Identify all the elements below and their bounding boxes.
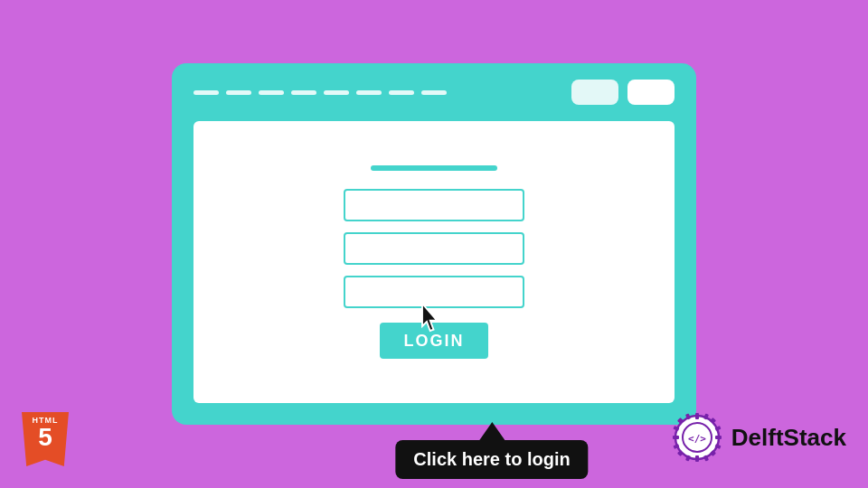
form-field-2[interactable] xyxy=(344,232,524,265)
svg-rect-1 xyxy=(695,413,699,419)
html5-number: 5 xyxy=(38,425,52,450)
browser-content: LOGIN xyxy=(193,121,675,403)
stack-part: Stack xyxy=(784,424,846,451)
dash-2 xyxy=(226,90,251,95)
dash-3 xyxy=(259,90,284,95)
dash-5 xyxy=(324,90,349,95)
delft-part: Delft xyxy=(731,424,784,451)
tooltip-area: Click here to login xyxy=(395,422,588,479)
delft-gear-icon: </> xyxy=(672,412,722,463)
browser-titlebar xyxy=(193,80,675,105)
svg-rect-3 xyxy=(673,436,679,439)
login-button[interactable]: LOGIN xyxy=(380,323,488,359)
form-title-decoration xyxy=(371,165,497,171)
dash-8 xyxy=(421,90,447,95)
svg-text:</>: </> xyxy=(688,433,706,445)
tooltip-arrow xyxy=(479,422,505,440)
html5-shield: HTML 5 xyxy=(22,412,69,466)
svg-rect-2 xyxy=(695,455,699,462)
html5-badge: HTML 5 xyxy=(22,412,69,466)
delftstack-logo: </> DelftStack xyxy=(672,412,846,463)
browser-minimize-btn[interactable] xyxy=(571,80,618,105)
browser-dashes xyxy=(193,90,562,95)
dash-4 xyxy=(291,90,316,95)
browser-maximize-btn[interactable] xyxy=(627,80,675,105)
tooltip-box: Click here to login xyxy=(395,440,588,479)
svg-rect-4 xyxy=(715,436,722,439)
tooltip-text: Click here to login xyxy=(413,449,570,469)
dash-7 xyxy=(389,90,414,95)
dash-1 xyxy=(193,90,219,95)
dash-6 xyxy=(356,90,382,95)
form-field-1[interactable] xyxy=(344,189,524,221)
form-field-3[interactable] xyxy=(344,276,524,308)
delftstack-name: DelftStack xyxy=(731,424,846,452)
browser-window: LOGIN Click here to login xyxy=(172,63,696,425)
